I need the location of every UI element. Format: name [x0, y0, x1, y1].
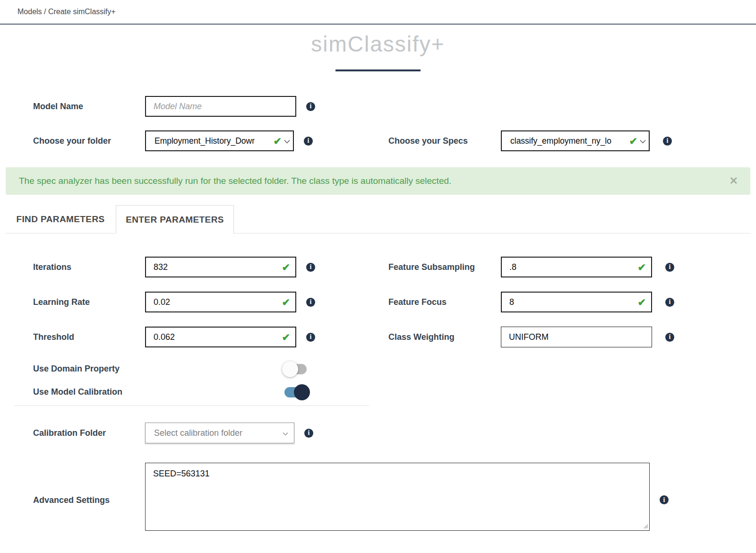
feature-subsampling-label: Feature Subsampling	[388, 262, 501, 272]
use-domain-property-toggle[interactable]	[284, 364, 307, 374]
use-model-calibration-row: Use Model Calibration	[0, 384, 756, 400]
success-banner: The spec analyzer has been successfully …	[6, 167, 750, 195]
valid-check-icon: ✔	[629, 136, 637, 146]
calibration-folder-placeholder: Select calibration folder	[154, 428, 242, 438]
advanced-settings-label: Advanced Settings	[33, 495, 145, 505]
folder-label: Choose your folder	[33, 136, 145, 146]
model-name-cell: Model Name i	[0, 96, 388, 117]
threshold-label: Threshold	[33, 332, 145, 342]
page-title: simClassify+	[0, 31, 756, 57]
advanced-settings-cell: Advanced Settings SEED=563131 i	[0, 463, 669, 531]
parameter-tabs: FIND PARAMETERS ENTER PARAMETERS	[6, 205, 750, 233]
specs-select[interactable]: classify_employment_ny_lo ✔	[501, 130, 650, 151]
learning-rate-cell: Learning Rate ✔ i	[0, 292, 388, 312]
class-weighting-label: Class Weighting	[388, 332, 501, 342]
enter-parameters-panel: Iterations ✔ i Feature Subsampling ✔ i L…	[0, 233, 756, 531]
info-icon[interactable]: i	[304, 429, 313, 438]
resize-handle[interactable]	[643, 523, 648, 529]
threshold-cell: Threshold ✔ i	[0, 327, 388, 347]
tab-enter-parameters[interactable]: ENTER PARAMETERS	[116, 205, 234, 233]
iterations-input[interactable]	[145, 257, 296, 277]
info-icon[interactable]: i	[306, 263, 315, 272]
folder-cell: Choose your folder Employment_History_Do…	[0, 130, 388, 151]
info-icon[interactable]: i	[665, 333, 674, 342]
feature-focus-input[interactable]	[501, 292, 652, 312]
model-name-input-wrap	[145, 96, 296, 117]
feature-subsampling-input[interactable]	[501, 257, 652, 277]
feature-focus-label: Feature Focus	[388, 297, 501, 307]
specs-cell: Choose your Specs classify_employment_ny…	[388, 130, 672, 151]
folder-specs-row: Choose your folder Employment_History_Do…	[0, 130, 756, 151]
info-icon[interactable]: i	[663, 137, 672, 146]
chevron-down-icon	[284, 136, 290, 146]
param-row: Iterations ✔ i Feature Subsampling ✔ i	[0, 257, 756, 277]
valid-check-icon: ✔	[282, 297, 290, 307]
calibration-folder-select[interactable]: Select calibration folder	[145, 423, 294, 443]
toggle-knob	[282, 361, 298, 377]
top-bar: Models / Create simClassify+	[0, 0, 756, 25]
breadcrumb[interactable]: Models / Create simClassify+	[17, 8, 116, 16]
feature-focus-input-wrap: ✔	[501, 292, 652, 312]
info-icon[interactable]: i	[306, 102, 315, 111]
valid-check-icon: ✔	[637, 262, 646, 272]
feature-subsampling-cell: Feature Subsampling ✔ i	[388, 257, 674, 277]
advanced-settings-textarea[interactable]: SEED=563131	[145, 463, 650, 531]
valid-check-icon: ✔	[282, 332, 290, 342]
iterations-cell: Iterations ✔ i	[0, 257, 388, 277]
class-weighting-input-wrap	[501, 327, 652, 347]
use-domain-property-cell: Use Domain Property	[0, 364, 388, 374]
calibration-folder-cell: Calibration Folder Select calibration fo…	[0, 423, 388, 443]
use-domain-property-label: Use Domain Property	[33, 364, 145, 374]
use-model-calibration-toggle[interactable]	[284, 387, 307, 397]
use-model-calibration-label: Use Model Calibration	[33, 387, 145, 397]
toggle-knob	[294, 384, 310, 400]
valid-check-icon: ✔	[637, 297, 646, 307]
use-model-calibration-cell: Use Model Calibration	[0, 387, 388, 397]
learning-rate-label: Learning Rate	[33, 297, 145, 307]
folder-select[interactable]: Employment_History_Dowr ✔	[145, 130, 294, 151]
calibration-folder-row: Calibration Folder Select calibration fo…	[0, 423, 756, 443]
class-weighting-cell: Class Weighting i	[388, 327, 674, 347]
info-icon[interactable]: i	[665, 298, 674, 307]
advanced-settings-row: Advanced Settings SEED=563131 i	[0, 463, 756, 531]
chevron-down-icon	[283, 428, 288, 438]
threshold-input[interactable]	[145, 327, 296, 347]
info-icon[interactable]: i	[304, 137, 313, 146]
param-row: Threshold ✔ i Class Weighting i	[0, 327, 756, 347]
param-row: Learning Rate ✔ i Feature Focus ✔ i	[0, 292, 756, 312]
feature-subsampling-input-wrap: ✔	[501, 257, 652, 277]
chevron-down-icon	[640, 136, 646, 146]
info-icon[interactable]: i	[306, 333, 315, 342]
folder-selected-value: Employment_History_Dowr	[155, 136, 270, 146]
valid-check-icon: ✔	[273, 136, 282, 146]
class-weighting-input[interactable]	[501, 327, 652, 347]
model-name-input[interactable]	[145, 96, 296, 117]
iterations-label: Iterations	[33, 262, 145, 272]
feature-focus-cell: Feature Focus ✔ i	[388, 292, 674, 312]
advanced-settings-wrap: SEED=563131	[145, 463, 650, 531]
threshold-input-wrap: ✔	[145, 327, 296, 347]
model-name-label: Model Name	[33, 102, 145, 112]
section-divider	[14, 406, 369, 406]
use-domain-property-row: Use Domain Property	[0, 361, 756, 377]
specs-label: Choose your Specs	[388, 136, 501, 146]
valid-check-icon: ✔	[282, 262, 290, 272]
calibration-folder-label: Calibration Folder	[33, 428, 145, 438]
tab-find-parameters[interactable]: FIND PARAMETERS	[16, 205, 105, 233]
info-icon[interactable]: i	[306, 298, 315, 307]
specs-selected-value: classify_employment_ny_lo	[510, 136, 626, 146]
learning-rate-input[interactable]	[145, 292, 296, 312]
close-icon[interactable]: ✕	[730, 175, 738, 187]
success-message: The spec analyzer has been successfully …	[19, 176, 451, 186]
iterations-input-wrap: ✔	[145, 257, 296, 277]
title-underline	[335, 69, 421, 71]
info-icon[interactable]: i	[665, 263, 674, 272]
title-block: simClassify+	[0, 25, 756, 71]
info-icon[interactable]: i	[660, 495, 669, 504]
top-form: Model Name i Choose your folder Employme…	[0, 96, 756, 151]
learning-rate-input-wrap: ✔	[145, 292, 296, 312]
model-name-row: Model Name i	[0, 96, 756, 117]
